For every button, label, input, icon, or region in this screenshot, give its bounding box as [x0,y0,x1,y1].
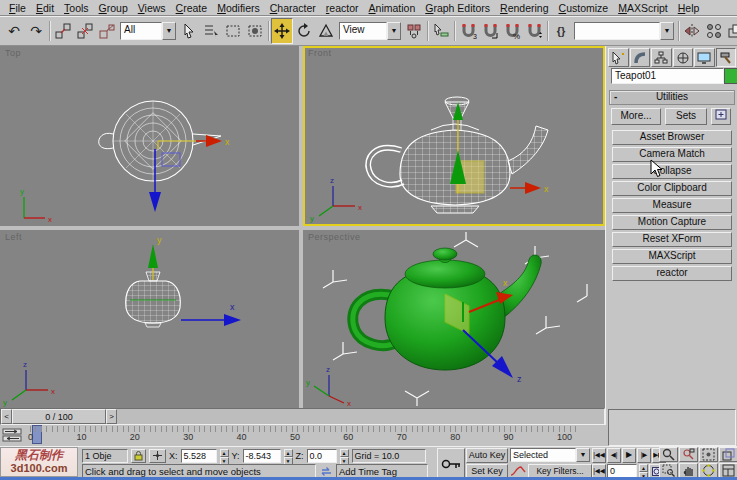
rectangular-selection-region-icon[interactable] [222,18,244,44]
auto-key-button[interactable]: Auto Key [466,448,508,463]
selection-lock-icon[interactable] [131,449,146,463]
time-step-forward-button[interactable]: > [106,409,117,424]
object-color-swatch[interactable] [724,68,737,84]
select-by-name-icon[interactable] [200,18,222,44]
utility-button[interactable]: Asset Browser [612,130,732,145]
snap-toggle-icon[interactable]: 3 [457,18,479,44]
z-spinner[interactable]: ▲▼ [340,449,349,463]
z-coordinate-field[interactable]: 0.0 [307,449,337,463]
tab-motion[interactable] [673,48,694,67]
selection-filter-dropdown[interactable]: All▼ [120,22,176,40]
go-to-start-button[interactable]: |◀◀ [592,448,606,463]
x-spinner[interactable]: ▲▼ [220,449,229,463]
angle-snap-icon[interactable] [479,18,501,44]
time-slider[interactable]: < 0 / 100 > [0,408,605,425]
add-time-tag[interactable]: Add Time Tag [336,464,428,478]
utility-button[interactable]: reactor [612,266,732,281]
zoom-extents-icon[interactable] [699,447,718,462]
bind-to-space-warp-icon[interactable] [96,18,118,44]
viewport-perspective[interactable]: Perspective [303,230,605,408]
menu-item[interactable]: Rendering [495,2,553,14]
y-spinner[interactable]: ▲▼ [284,449,293,463]
key-selection-dropdown[interactable]: Selected ▼ [510,448,590,462]
zoom-all-icon[interactable] [679,447,698,462]
unlink-selection-icon[interactable] [74,18,96,44]
current-frame-field[interactable]: 0 [607,464,637,478]
pan-icon[interactable] [679,463,698,478]
menu-item[interactable]: Tools [59,2,94,14]
time-step-back-button[interactable]: < [1,409,12,424]
menu-item[interactable]: Views [133,2,171,14]
svg-text:x: x [358,203,362,212]
x-coordinate-field[interactable]: 5.528 [181,449,217,463]
redo-icon[interactable]: ↷ [25,18,47,44]
menu-item[interactable]: MAXScript [613,2,673,14]
menu-item[interactable]: reactor [321,2,364,14]
layer-manager-icon[interactable] [725,18,737,44]
select-object-icon[interactable] [178,18,200,44]
zoom-extents-all-icon[interactable] [719,447,737,462]
percent-snap-icon[interactable]: % [501,18,523,44]
undo-icon[interactable]: ↶ [3,18,25,44]
default-in-out-tangent-icon[interactable] [510,464,526,478]
mirror-icon[interactable] [681,18,703,44]
min-max-toggle-icon[interactable] [719,463,737,478]
menu-item[interactable]: Modifiers [212,2,265,14]
menu-item[interactable]: Group [94,2,133,14]
viewport-left[interactable]: Left y x z [0,230,299,408]
x-coordinate-label: X: [169,451,178,461]
viewport-top[interactable]: Top x [0,46,299,226]
play-button[interactable]: ▶ [622,448,636,463]
y-coordinate-field[interactable]: -8.543 [243,449,281,463]
use-pivot-point-icon[interactable] [403,18,425,44]
reference-coordinate-dropdown[interactable]: View▼ [339,22,401,40]
mini-curve-editor-icon[interactable] [2,427,24,443]
object-name-field[interactable]: Teapot01 [611,68,724,84]
select-and-rotate-icon[interactable] [293,18,315,44]
select-and-move-icon[interactable] [271,18,293,44]
named-selection-dropdown[interactable]: ▼ [574,22,674,40]
sets-button[interactable]: Sets [665,108,707,125]
tab-hierarchy[interactable] [651,48,672,67]
spinner-snap-icon[interactable] [523,18,545,44]
tab-modify[interactable] [630,48,651,67]
frame-spinner[interactable]: ▲▼ [639,464,648,478]
utility-button[interactable]: Reset XForm [612,232,732,247]
more-button[interactable]: More... [611,108,661,125]
menu-item[interactable]: Customize [554,2,614,14]
absolute-offset-toggle-icon[interactable] [149,449,166,463]
tab-display[interactable] [694,48,715,67]
set-key-icon[interactable] [437,448,465,480]
menu-item[interactable]: Animation [364,2,421,14]
utilities-rollout-header[interactable]: - Utilities [609,90,735,105]
select-and-link-icon[interactable] [52,18,74,44]
select-and-manipulate-icon[interactable] [430,18,452,44]
utilities-config-button[interactable] [711,108,731,125]
arc-rotate-icon[interactable] [699,463,718,478]
viewport-front[interactable]: Front [303,46,605,226]
tab-create[interactable] [608,48,629,67]
time-slider-handle[interactable]: 0 / 100 [12,409,106,424]
edit-named-selection-sets-icon[interactable]: {} [550,18,572,44]
tab-utilities[interactable] [716,48,737,67]
utility-button[interactable]: Measure [612,198,732,213]
select-and-scale-icon[interactable] [315,18,337,44]
utility-button[interactable]: MAXScript [612,249,732,264]
menu-item[interactable]: Edit [31,2,59,14]
menu-item[interactable]: Help [673,2,705,14]
utility-button[interactable]: Collapse [612,164,732,179]
utility-button[interactable]: Motion Capture [612,215,732,230]
menu-item[interactable]: Character [265,2,321,14]
menu-item[interactable]: Graph Editors [420,2,495,14]
region-zoom-icon[interactable] [659,463,678,478]
zoom-icon[interactable] [659,447,678,462]
next-frame-button[interactable]: |▶ [637,448,651,463]
utility-button[interactable]: Camera Match [612,147,732,162]
menu-item[interactable]: File [4,2,31,14]
utility-button[interactable]: Color Clipboard [612,181,732,196]
menu-item[interactable]: Create [171,2,213,14]
align-icon[interactable] [703,18,725,44]
window-crossing-icon[interactable] [244,18,266,44]
track-bar[interactable]: 0102030405060708090100 [0,425,610,447]
previous-frame-button[interactable]: ◀| [607,448,621,463]
